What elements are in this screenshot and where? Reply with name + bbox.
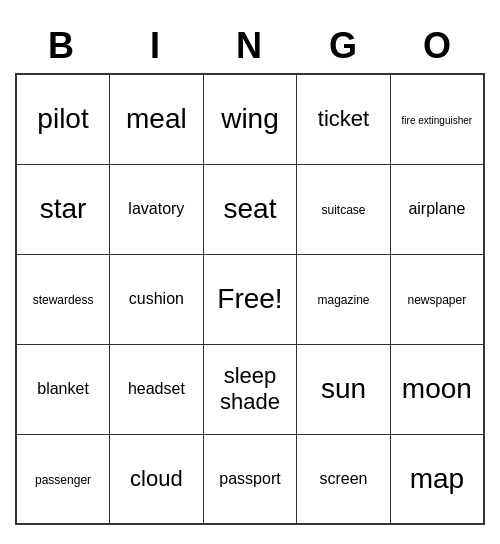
bingo-cell: moon	[390, 344, 484, 434]
cell-label: cloud	[130, 466, 183, 491]
cell-label: fire extinguisher	[402, 115, 473, 126]
bingo-cell: passenger	[16, 434, 110, 524]
bingo-cell: airplane	[390, 164, 484, 254]
cell-label: lavatory	[128, 200, 184, 217]
cell-label: newspaper	[408, 293, 467, 307]
bingo-cell: seat	[203, 164, 297, 254]
bingo-cell: screen	[297, 434, 390, 524]
bingo-cell: Free!	[203, 254, 297, 344]
bingo-grid: pilotmealwingticketfire extinguisherstar…	[15, 73, 485, 525]
bingo-header: BINGO	[15, 19, 485, 73]
cell-label: passenger	[35, 473, 91, 487]
cell-label: pilot	[37, 103, 88, 134]
bingo-cell: blanket	[16, 344, 110, 434]
cell-label: star	[40, 193, 87, 224]
cell-label: screen	[319, 470, 367, 487]
table-row: starlavatoryseatsuitcaseairplane	[16, 164, 484, 254]
cell-label: magazine	[317, 293, 369, 307]
bingo-cell: sun	[297, 344, 390, 434]
cell-label: sleep shade	[220, 363, 280, 414]
bingo-cell: stewardess	[16, 254, 110, 344]
bingo-cell: passport	[203, 434, 297, 524]
bingo-cell: newspaper	[390, 254, 484, 344]
bingo-cell: ticket	[297, 74, 390, 164]
table-row: blanketheadsetsleep shadesunmoon	[16, 344, 484, 434]
bingo-cell: fire extinguisher	[390, 74, 484, 164]
bingo-cell: cushion	[110, 254, 204, 344]
bingo-cell: star	[16, 164, 110, 254]
table-row: stewardesscushionFree!magazinenewspaper	[16, 254, 484, 344]
cell-label: blanket	[37, 380, 89, 397]
bingo-cell: sleep shade	[203, 344, 297, 434]
cell-label: airplane	[408, 200, 465, 217]
cell-label: stewardess	[33, 293, 94, 307]
cell-label: passport	[219, 470, 280, 487]
bingo-cell: headset	[110, 344, 204, 434]
header-letter: I	[109, 19, 203, 73]
bingo-cell: map	[390, 434, 484, 524]
cell-label: headset	[128, 380, 185, 397]
header-letter: G	[297, 19, 391, 73]
bingo-cell: cloud	[110, 434, 204, 524]
cell-label: sun	[321, 373, 366, 404]
cell-label: suitcase	[321, 203, 365, 217]
bingo-cell: magazine	[297, 254, 390, 344]
cell-label: Free!	[217, 283, 282, 314]
table-row: pilotmealwingticketfire extinguisher	[16, 74, 484, 164]
header-letter: N	[203, 19, 297, 73]
header-letter: O	[391, 19, 485, 73]
bingo-cell: pilot	[16, 74, 110, 164]
cell-label: seat	[224, 193, 277, 224]
table-row: passengercloudpassportscreenmap	[16, 434, 484, 524]
cell-label: meal	[126, 103, 187, 134]
bingo-cell: meal	[110, 74, 204, 164]
cell-label: cushion	[129, 290, 184, 307]
bingo-cell: suitcase	[297, 164, 390, 254]
bingo-cell: lavatory	[110, 164, 204, 254]
bingo-cell: wing	[203, 74, 297, 164]
header-letter: B	[15, 19, 109, 73]
cell-label: moon	[402, 373, 472, 404]
cell-label: wing	[221, 103, 279, 134]
cell-label: ticket	[318, 106, 369, 131]
cell-label: map	[410, 463, 464, 494]
